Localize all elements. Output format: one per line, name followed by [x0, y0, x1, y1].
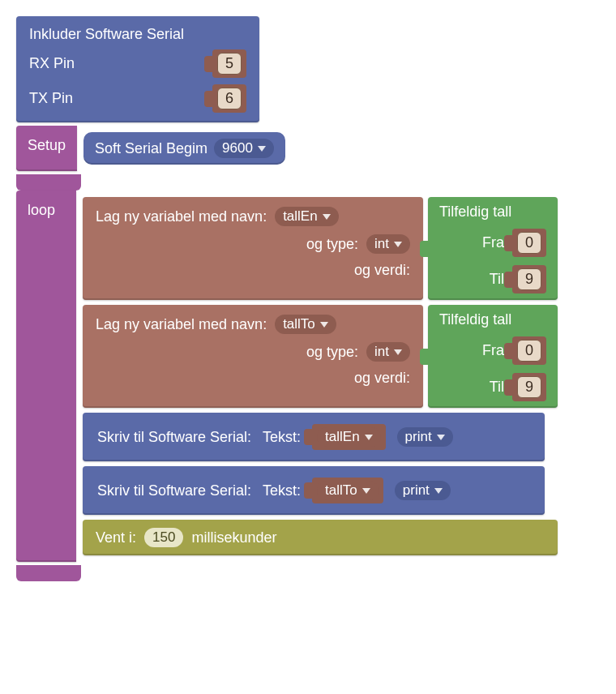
random-to-socket[interactable]: 9 [512, 265, 546, 293]
random-title: Tilfeldig tall [439, 203, 511, 221]
canvas: Inkluder Software Serial RX Pin 5 TX Pin… [16, 16, 600, 581]
soft-serial-begin-block[interactable]: Soft Serial Begim 9600 [83, 132, 285, 165]
random-to-label: Til [490, 271, 504, 288]
wait-ms: 150 [152, 529, 175, 546]
baud-value: 9600 [222, 140, 253, 156]
chevron-down-icon [362, 488, 370, 494]
var-type-label: og type: [306, 236, 358, 253]
chevron-down-icon [320, 322, 328, 328]
serial-write-var-dropdown[interactable]: tallTo [317, 481, 379, 500]
serial-write-var: tallTo [325, 482, 357, 499]
rx-pin-socket[interactable]: 5 [212, 49, 246, 78]
make-variable-2[interactable]: Lag ny variabel med navn: tallTo og type… [83, 305, 558, 408]
random-from-label: Fra [482, 234, 504, 251]
serial-write-var-socket[interactable]: tallTo [312, 478, 383, 503]
serial-write-var-dropdown[interactable]: tallEn [317, 427, 381, 447]
baud-dropdown[interactable]: 9600 [214, 139, 274, 158]
tx-pin-label: TX Pin [29, 90, 73, 107]
soft-serial-begin-label: Soft Serial Begim [95, 140, 207, 157]
make-variable-label: Lag ny variabel med navn: [96, 316, 267, 333]
var-type-dropdown[interactable]: int [366, 342, 410, 362]
loop-arm: loop [16, 191, 76, 562]
serial-write-mode-dropdown[interactable]: print [395, 481, 451, 500]
serial-write-mode: print [405, 429, 432, 445]
chevron-down-icon [437, 435, 445, 440]
make-variable-label: Lag ny variabel med navn: [96, 208, 267, 225]
setup-arm: Setup [16, 126, 77, 171]
tx-pin-value[interactable]: 6 [217, 88, 242, 109]
setup-label: Setup [28, 137, 66, 154]
serial-write-text-label: Tekst: [263, 482, 301, 499]
var-type-label: og type: [306, 344, 358, 361]
var-name: tallEn [283, 208, 318, 225]
serial-write-2[interactable]: Skriv til Software Serial: Tekst: tallTo… [83, 466, 545, 515]
chevron-down-icon [394, 242, 402, 247]
var-name-dropdown[interactable]: tallEn [275, 207, 339, 226]
var-type-dropdown[interactable]: int [366, 234, 410, 254]
random-to-value[interactable]: 9 [517, 376, 541, 398]
setup-block[interactable]: Setup Soft Serial Begim 9600 [16, 126, 285, 171]
random-to-socket[interactable]: 9 [512, 373, 546, 401]
serial-write-var-socket[interactable]: tallEn [312, 424, 386, 450]
random-block-1[interactable]: Tilfeldig tall Fra 0 Til 9 [428, 197, 558, 300]
wait-block[interactable]: Vent i: 150 millisekunder [83, 520, 558, 555]
loop-foot [16, 565, 81, 581]
random-from-value[interactable]: 0 [517, 340, 541, 362]
tx-pin-socket[interactable]: 6 [212, 84, 246, 113]
random-from-socket[interactable]: 0 [512, 229, 546, 257]
random-to-value[interactable]: 9 [517, 268, 541, 290]
var-type: int [374, 344, 389, 360]
include-software-serial-block[interactable]: Inkluder Software Serial RX Pin 5 TX Pin… [16, 16, 259, 122]
serial-write-mode: print [403, 482, 430, 499]
wait-ms-field[interactable]: 150 [144, 528, 183, 547]
wait-suffix: millisekunder [191, 529, 276, 546]
random-to-label: Til [490, 379, 504, 396]
random-from-value[interactable]: 0 [517, 232, 541, 254]
serial-write-1[interactable]: Skriv til Software Serial: Tekst: tallEn… [83, 413, 545, 461]
setup-foot [16, 174, 81, 191]
random-title: Tilfeldig tall [439, 311, 511, 328]
include-title: Inkluder Software Serial [29, 26, 184, 43]
chevron-down-icon [258, 146, 266, 152]
rx-pin-label: RX Pin [29, 55, 75, 72]
loop-block[interactable]: loop Lag ny variabel med navn: tallEn og… [16, 191, 558, 562]
var-value-label: og verdi: [354, 262, 410, 279]
serial-write-var: tallEn [325, 429, 360, 445]
random-from-socket[interactable]: 0 [512, 336, 546, 365]
chevron-down-icon [323, 214, 331, 220]
loop-label: loop [28, 202, 55, 219]
var-name-dropdown[interactable]: tallTo [275, 315, 336, 334]
serial-write-label: Skriv til Software Serial: [97, 482, 251, 499]
chevron-down-icon [434, 488, 443, 494]
var-name: tallTo [283, 316, 315, 332]
rx-pin-value[interactable]: 5 [217, 53, 242, 75]
random-block-2[interactable]: Tilfeldig tall Fra 0 Til 9 [428, 305, 558, 408]
serial-write-text-label: Tekst: [263, 429, 301, 446]
var-value-label: og verdi: [354, 370, 410, 387]
serial-write-label: Skriv til Software Serial: [97, 429, 251, 446]
random-from-label: Fra [482, 342, 504, 359]
chevron-down-icon [365, 435, 373, 440]
wait-prefix: Vent i: [96, 529, 136, 546]
chevron-down-icon [394, 349, 402, 355]
serial-write-mode-dropdown[interactable]: print [397, 427, 453, 447]
var-type: int [374, 236, 389, 252]
make-variable-1[interactable]: Lag ny variabel med navn: tallEn og type… [83, 197, 558, 300]
